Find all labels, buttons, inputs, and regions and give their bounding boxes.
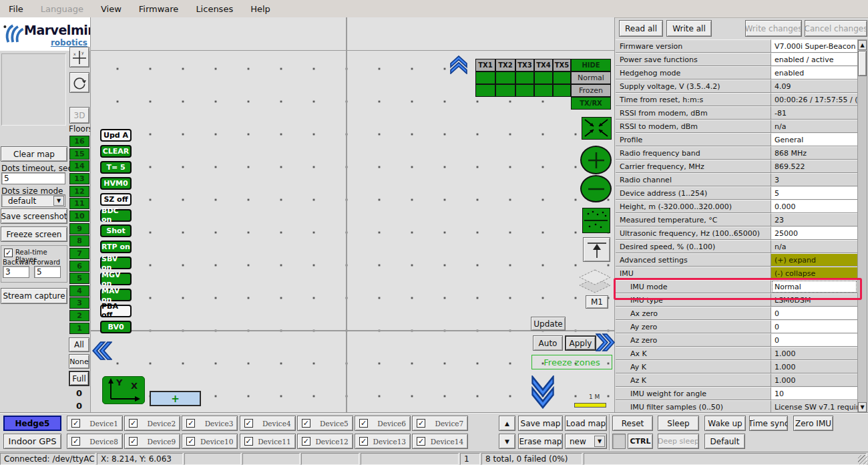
device-button-device5[interactable]: ✓Device5 [297,416,353,431]
floor-button-1[interactable]: 1 [69,323,89,334]
auto-button[interactable]: Auto [533,335,563,351]
floor-button-13[interactable]: 13 [69,173,89,184]
floor-button-3[interactable]: 3 [69,297,89,309]
param-value[interactable]: 1.000 [771,360,857,373]
floor-button-16[interactable]: 16 [69,136,89,147]
floor-button-2[interactable]: 2 [69,310,89,321]
device-checkbox[interactable]: ✓ [244,419,253,428]
map-toggle-rtp-on[interactable]: RTP on [100,241,132,253]
stream-capture-button[interactable]: Stream capture [1,288,67,304]
param-value[interactable]: LSM6DSM [771,293,857,307]
param-value[interactable]: Normal [771,280,857,293]
devices-scroll-up-button[interactable]: ▲ [499,416,515,431]
menu-view[interactable]: View [92,1,130,17]
param-value[interactable]: 0.000 [771,200,857,213]
upload-map-button[interactable] [583,237,610,262]
tx-cell[interactable] [515,84,534,97]
menu-licenses[interactable]: Licenses [187,1,242,17]
device-button-device13[interactable]: ✓Device13 [355,434,411,449]
device-checkbox[interactable]: ✓ [417,419,425,428]
param-scrollbar[interactable]: ▲ ▼ [857,39,867,413]
resize-grip[interactable] [858,455,867,464]
floors-none-button[interactable]: None [69,354,89,369]
deep-sleep-button[interactable]: Deep sleep [658,434,699,449]
device-button-device3[interactable]: ✓Device3 [182,416,238,431]
freeze-zones-button[interactable]: Freeze zones [531,355,612,369]
ctrl-checkbox[interactable] [612,434,626,449]
rotate-tool-button[interactable] [69,72,89,93]
write-all-button[interactable]: Write all [666,20,712,37]
tx-cell[interactable] [534,71,553,84]
map-toggle-bdc-on[interactable]: BDC on [100,209,132,222]
default-button[interactable]: Default [704,434,745,449]
indoor-gps-button[interactable]: Indoor GPS [3,434,61,449]
device-checkbox[interactable]: ✓ [359,419,368,428]
device-button-device6[interactable]: ✓Device6 [355,416,411,431]
tx-header-tx1[interactable]: TX1 [475,59,495,71]
device-checkbox[interactable]: ✓ [186,419,195,428]
floors-all-button[interactable]: All [69,337,89,352]
devices-scroll-down-button[interactable]: ▼ [499,434,515,449]
device-checkbox[interactable]: ✓ [302,437,310,446]
floor-button-9[interactable]: 9 [69,223,89,235]
map-toggle-mgv-on[interactable]: MGV on [100,273,132,285]
scroll-down-icon[interactable]: ▼ [858,402,867,412]
dropdown-arrow-icon[interactable]: ▼ [53,196,64,206]
param-value[interactable]: -81 [771,106,857,120]
map-toggle-pba-off[interactable]: PBA off [100,305,132,317]
map-toggle-sbv-on[interactable]: SBV on [100,257,132,269]
layers-button[interactable] [578,269,612,295]
chevron-double-left-icon[interactable] [92,341,112,360]
dots-size-dropdown[interactable]: default ▼ [1,194,65,207]
map-toggle-t-5[interactable]: T= 5 [100,161,132,174]
param-value[interactable]: 5 [771,186,857,200]
read-all-button[interactable]: Read all [619,20,663,37]
map-toggle-bv0[interactable]: BV0 [100,321,132,333]
device-button-device10[interactable]: ✓Device10 [182,434,238,449]
floor-button-12[interactable]: 12 [69,186,89,197]
param-value[interactable]: 0 [771,307,857,320]
floors-full-button[interactable]: Full [69,371,89,386]
map-toggle-sz-off[interactable]: SZ off [100,193,132,206]
device-checkbox[interactable]: ✓ [359,437,368,446]
floor-button-4[interactable]: 4 [69,285,89,297]
param-value[interactable]: 1.000 [771,373,857,387]
device-checkbox[interactable]: ✓ [244,437,253,446]
dots-display-button[interactable] [582,208,610,233]
zoom-out-button[interactable] [580,175,612,202]
write-changes-button[interactable]: Write changes [745,20,802,37]
device-button-device8[interactable]: ✓Device8 [67,434,123,449]
device-checkbox[interactable]: ✓ [71,437,80,446]
3d-view-button[interactable]: 3D [69,107,89,124]
floor-button-10[interactable]: 10 [69,210,89,222]
tx-row-frozen[interactable]: Frozen [571,84,611,97]
device-checkbox[interactable]: ✓ [302,419,310,428]
floor-button-7[interactable]: 7 [69,248,89,259]
hedge-button[interactable]: Hedge5 [3,416,61,431]
device-checkbox[interactable]: ✓ [71,419,80,428]
chevron-double-down-icon[interactable] [531,375,554,409]
realtime-player-checkbox[interactable]: ✓ [4,249,13,257]
menu-help[interactable]: Help [242,1,279,17]
save-screenshot-button[interactable]: Save screenshot [1,208,67,224]
tx-cell[interactable] [553,84,571,97]
tx-cell[interactable] [515,71,534,84]
sleep-button[interactable]: Sleep [658,416,699,431]
reset-button[interactable]: Reset [612,416,653,431]
tx-cell[interactable] [475,84,495,97]
param-value[interactable]: 25000 [771,226,857,240]
param-value[interactable]: n/a [771,240,857,253]
floor-button-15[interactable]: 15 [69,148,89,160]
param-value[interactable]: 3 [771,173,857,186]
param-value[interactable]: 00:00:26 / 17:57:55 / ( [771,93,857,106]
load-map-button[interactable]: Load map [565,416,607,431]
floor-button-8[interactable]: 8 [69,235,89,247]
tx-hide-button[interactable]: HIDE [571,59,611,71]
forward-input[interactable]: 5 [34,266,61,278]
floor-button-11[interactable]: 11 [69,198,89,209]
add-submap-button[interactable]: + [150,391,201,406]
tx-row-normal[interactable]: Normal [571,71,611,84]
map-origin-axis-button[interactable]: Y X [102,376,145,404]
param-value[interactable]: (+) expand [771,253,857,267]
save-map-button[interactable]: Save map [518,416,563,431]
